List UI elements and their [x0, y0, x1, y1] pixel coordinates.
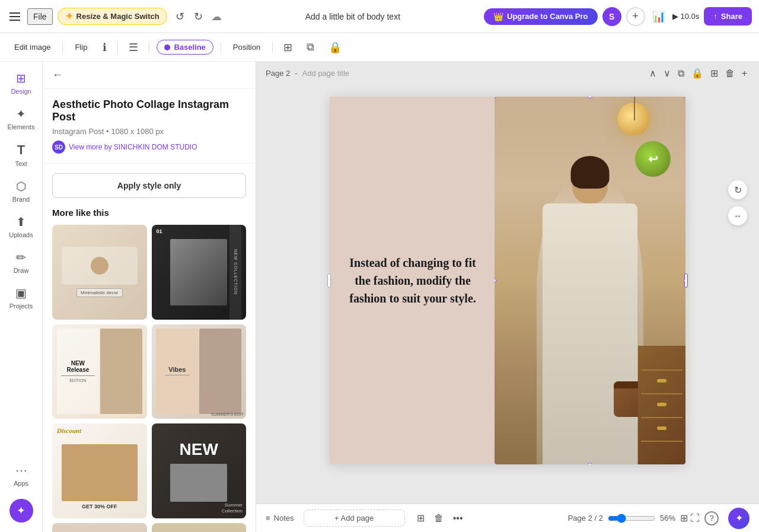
undo-redo-group: ↺ ↻: [172, 8, 206, 26]
file-menu[interactable]: File: [27, 8, 53, 25]
document-title[interactable]: Add a little bit of body text: [227, 9, 479, 24]
template-thumbnail[interactable]: Minimalistic decor: [52, 225, 147, 320]
analytics-icon[interactable]: 📊: [650, 8, 668, 26]
canvas-area: Page 2 - Add page title ∧ ∨ ⧉ 🔒 ⊞ 🗑 + In…: [256, 62, 759, 532]
magic-switch-button[interactable]: ✦ Resize & Magic Switch: [58, 8, 167, 25]
page-controls: ∧ ∨ ⧉ 🔒 ⊞ 🗑 +: [647, 66, 750, 80]
author-avatar: SD: [52, 141, 65, 154]
expand-button[interactable]: ↔: [728, 206, 747, 225]
sidebar-item-label: Apps: [14, 480, 28, 487]
duplicate-page-button[interactable]: ⊞: [414, 510, 427, 526]
canvas-scroll[interactable]: Instead of changing to fit the fashion, …: [256, 85, 759, 504]
brand-icon: ⬡: [16, 179, 26, 193]
play-button[interactable]: ▶ 10.0s: [672, 12, 700, 21]
edit-image-button[interactable]: Edit image: [9, 40, 55, 54]
expand-icon: ↔: [734, 211, 742, 221]
lamp-cord: [634, 97, 635, 120]
add-people-button[interactable]: +: [626, 7, 645, 26]
page-title-input[interactable]: Add page title: [302, 69, 350, 78]
bottom-bar: ≡ Notes + Add page ⊞ 🗑 ••• Page 2 / 2 56…: [256, 504, 759, 532]
flip-button[interactable]: Flip: [70, 40, 92, 54]
share-button[interactable]: ↑ Share: [704, 7, 752, 26]
back-button[interactable]: ←: [52, 69, 63, 81]
page-grid-button[interactable]: ⊞: [708, 66, 720, 80]
separator: [272, 42, 273, 53]
more-options-button[interactable]: •••: [451, 510, 465, 526]
star-icon: ✦: [65, 11, 73, 22]
rotate-icon: ↻: [734, 184, 742, 196]
grid-view-button[interactable]: ⊞: [680, 512, 688, 524]
edit-toolbar: Edit image Flip ℹ ☰ Baseline Position ⊞ …: [0, 33, 759, 62]
resize-handle-right[interactable]: [684, 273, 688, 288]
notes-button[interactable]: ≡ Notes: [266, 514, 294, 523]
person-hair: [571, 156, 610, 189]
author-link[interactable]: View more by SINICHKIN DOM STUDIO: [69, 143, 197, 151]
template-title: Aesthetic Photo Collage Instagram Post: [52, 98, 246, 123]
apps-icon: ⋯: [15, 463, 27, 477]
sidebar-item-brand[interactable]: ⬡ Brand: [4, 174, 39, 208]
template-thumbnail[interactable]: NEW SummerCollection: [152, 423, 247, 518]
fullscreen-button[interactable]: ⛶: [690, 512, 700, 524]
sidebar-item-text[interactable]: T Text: [4, 138, 39, 172]
canvas-left-section: Instead of changing to fit the fashion, …: [330, 97, 496, 464]
hamburger-menu[interactable]: [7, 10, 23, 23]
magic-button[interactable]: ✦: [9, 499, 33, 523]
sidebar-item-apps[interactable]: ⋯ Apps: [4, 458, 39, 492]
template-author[interactable]: SD View more by SINICHKIN DOM STUDIO: [52, 141, 246, 154]
sidebar-item-draw[interactable]: ✏ Draw: [4, 246, 39, 279]
rotate-button[interactable]: ↻: [728, 180, 747, 199]
page-up-button[interactable]: ∧: [647, 66, 659, 80]
add-page-button[interactable]: + Add page: [304, 509, 405, 527]
sidebar-item-label: Uploads: [9, 231, 33, 238]
canvas-quote: Instead of changing to fit the fashion, …: [330, 97, 496, 464]
page-lock-button[interactable]: 🔒: [689, 66, 706, 80]
draw-icon: ✏: [16, 250, 26, 265]
page-down-button[interactable]: ∨: [661, 66, 673, 80]
crown-icon: 👑: [493, 12, 503, 21]
view-mode-buttons: ⊞ ⛶: [680, 512, 700, 524]
menu-dots-button[interactable]: ☰: [125, 39, 142, 56]
sidebar-item-projects[interactable]: ▣ Projects: [4, 281, 39, 314]
uploads-icon: ⬆: [16, 215, 26, 229]
user-avatar[interactable]: S: [602, 7, 621, 26]
delete-page-button[interactable]: 🗑: [432, 510, 446, 526]
sidebar-item-elements[interactable]: ✦ Elements: [4, 102, 39, 135]
apply-style-button[interactable]: Apply style only: [52, 173, 246, 198]
canvas-right-photo: ↩: [495, 97, 685, 464]
sidebar-item-uploads[interactable]: ⬆ Uploads: [4, 210, 39, 243]
resize-handle-left[interactable]: [327, 273, 331, 288]
page-add-button[interactable]: +: [739, 66, 750, 80]
template-thumbnail[interactable]: Vibes SUMMER'S EDIT: [152, 324, 247, 419]
info-button[interactable]: ℹ: [99, 39, 110, 56]
lock-button[interactable]: 🔒: [325, 39, 345, 56]
sidebar-item-label: Design: [11, 88, 31, 95]
crop-button[interactable]: ⧉: [303, 39, 318, 56]
sidebar-item-design[interactable]: ⊞ Design: [4, 66, 39, 100]
sidebar-item-label: Draw: [14, 267, 29, 274]
drawer-handle: [657, 403, 666, 406]
transparency-button[interactable]: ⊞: [280, 39, 296, 56]
page-delete-button[interactable]: 🗑: [723, 66, 737, 80]
template-thumbnail[interactable]: [152, 523, 247, 533]
page-action-buttons: ⊞ 🗑 •••: [414, 510, 465, 526]
template-thumbnail[interactable]: 01 NEW COLLECTION: [152, 225, 247, 320]
template-thumbnail[interactable]: [52, 523, 147, 533]
separator: [62, 42, 63, 53]
zoom-control: 56%: [608, 514, 675, 523]
magic-studio-icon: ✦: [735, 512, 743, 524]
redo-button[interactable]: ↻: [190, 8, 206, 26]
magic-studio-button[interactable]: ✦: [728, 508, 750, 529]
help-button[interactable]: ?: [704, 511, 719, 525]
template-thumbnail[interactable]: NEWRelease EDITION: [52, 324, 147, 419]
baseline-button[interactable]: Baseline: [157, 40, 213, 55]
share-icon: ↑: [713, 12, 717, 21]
upgrade-button[interactable]: 👑 Upgrade to Canva Pro: [484, 8, 598, 25]
drawer-line: [641, 417, 683, 418]
zoom-slider[interactable]: [608, 514, 655, 523]
position-button[interactable]: Position: [228, 40, 265, 54]
page-copy-button[interactable]: ⧉: [675, 66, 687, 80]
undo-button[interactable]: ↺: [172, 8, 188, 26]
template-thumbnail[interactable]: Discount GET 30% OFF: [52, 423, 147, 518]
sidebar-item-label: Elements: [8, 123, 35, 130]
separator: -: [295, 69, 297, 78]
